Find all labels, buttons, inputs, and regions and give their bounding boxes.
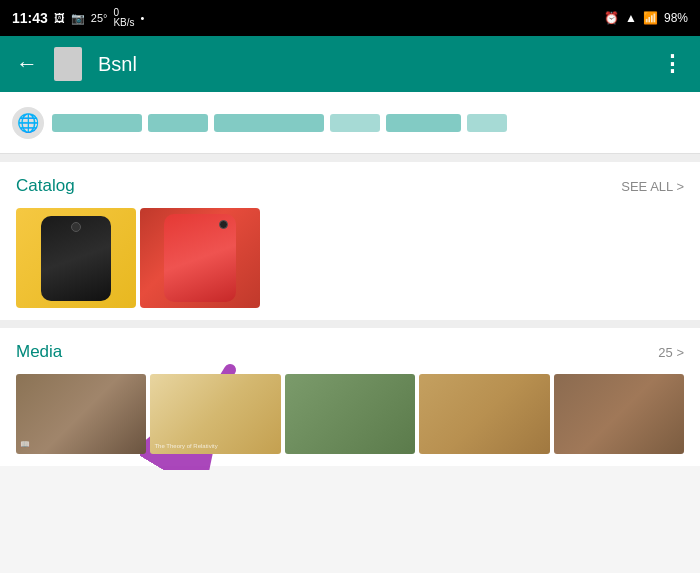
banner-content-blocks	[52, 114, 688, 132]
catalog-see-all-button[interactable]: SEE ALL >	[621, 179, 684, 194]
thumb-1-text: 📖	[20, 440, 142, 450]
photo-icon: 🖼	[54, 12, 65, 24]
media-thumbnail-list: 📖 The Theory of Relativity	[16, 374, 684, 454]
battery-label: 98%	[664, 11, 688, 25]
more-options-button[interactable]: ⋮	[661, 51, 684, 77]
status-bar: 11:43 🖼 📷 25° 0KB/s • ⏰ ▲ 📶 98%	[0, 0, 700, 36]
globe-icon: 🌐	[12, 107, 44, 139]
temperature-label: 25°	[91, 12, 108, 24]
phone-camera-icon	[71, 222, 81, 232]
media-thumb-5[interactable]	[554, 374, 684, 454]
banner-block-1	[52, 114, 142, 132]
media-header: Media 25 >	[16, 342, 684, 362]
catalog-image-list	[16, 208, 684, 308]
catalog-section: Catalog SEE ALL >	[0, 162, 700, 320]
phone-dark-shape	[41, 216, 111, 301]
media-thumb-4[interactable]	[419, 374, 549, 454]
divider-1	[0, 154, 700, 162]
app-bar-title: Bsnl	[98, 53, 645, 76]
alarm-icon: ⏰	[604, 11, 619, 25]
camera-icon: 📷	[71, 12, 85, 25]
media-count-button[interactable]: 25 >	[658, 345, 684, 360]
media-thumb-1[interactable]: 📖	[16, 374, 146, 454]
phone-red-shape	[164, 214, 236, 302]
divider-2	[0, 320, 700, 328]
status-left: 11:43 🖼 📷 25° 0KB/s •	[12, 8, 144, 28]
network-speed: 0KB/s	[113, 8, 134, 28]
media-title: Media	[16, 342, 62, 362]
media-thumb-3[interactable]	[285, 374, 415, 454]
phone-red-camera-icon	[219, 220, 228, 229]
banner-block-5	[386, 114, 461, 132]
banner-block-2	[148, 114, 208, 132]
contact-avatar-icon	[54, 47, 82, 81]
media-section: Media 25 > 📖 The Theory of Relativity	[0, 328, 700, 466]
app-bar: ← Bsnl ⋮	[0, 36, 700, 92]
wifi-icon: ▲	[625, 11, 637, 25]
banner-block-6	[467, 114, 507, 132]
banner-block-4	[330, 114, 380, 132]
thumb-2-text: The Theory of Relativity	[154, 443, 276, 450]
dot-icon: •	[141, 12, 145, 24]
catalog-image-2[interactable]	[140, 208, 260, 308]
phone-red-image	[140, 208, 260, 308]
banner-area: 🌐	[0, 92, 700, 154]
catalog-header: Catalog SEE ALL >	[16, 176, 684, 196]
status-right: ⏰ ▲ 📶 98%	[604, 11, 688, 25]
signal-icon: 📶	[643, 11, 658, 25]
media-thumb-2[interactable]: The Theory of Relativity	[150, 374, 280, 454]
status-time: 11:43	[12, 10, 48, 26]
phone-dark-image	[16, 208, 136, 308]
catalog-title: Catalog	[16, 176, 75, 196]
banner-block-3	[214, 114, 324, 132]
catalog-image-1[interactable]	[16, 208, 136, 308]
back-button[interactable]: ←	[16, 51, 38, 77]
